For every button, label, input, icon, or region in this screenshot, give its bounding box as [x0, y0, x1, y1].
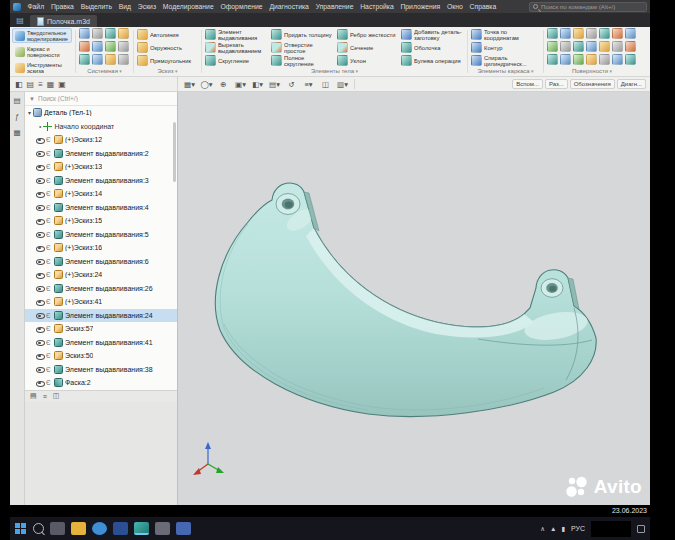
ribbon-icon[interactable] — [586, 54, 597, 65]
ribbon-icon[interactable] — [625, 54, 636, 65]
tree-toolbar-icon[interactable]: ▦ — [47, 80, 55, 89]
visibility-eye-icon[interactable] — [35, 297, 44, 306]
start-button[interactable] — [15, 523, 27, 535]
taskbar-app-icon[interactable] — [113, 522, 128, 535]
visibility-eye-icon[interactable] — [35, 230, 44, 239]
tree-item[interactable]: (+)Эскиз:12 — [25, 133, 177, 147]
menu-item[interactable]: Диагностика — [266, 0, 312, 13]
visibility-eye-icon[interactable] — [35, 270, 44, 279]
ribbon-tool[interactable]: Автолиния — [137, 28, 198, 41]
ribbon-tool[interactable]: Скругление — [205, 54, 268, 67]
view-toolbar-icon[interactable]: ⊕ — [216, 78, 231, 91]
ribbon-icon[interactable] — [573, 41, 584, 52]
ribbon-icon[interactable] — [92, 41, 103, 52]
visibility-eye-icon[interactable] — [35, 203, 44, 212]
ribbon-tool[interactable]: Ребро жесткости — [337, 28, 398, 41]
tree-item[interactable]: Элемент выдавливания:26 — [25, 282, 177, 296]
visibility-eye-icon[interactable] — [35, 189, 44, 198]
panel-switcher-icon[interactable]: ƒ — [15, 112, 19, 121]
tree-item[interactable]: Эскиз:50 — [25, 349, 177, 363]
ribbon-icon[interactable] — [92, 54, 103, 65]
view-toolbar-icon[interactable]: ▦▾ — [182, 78, 197, 91]
mode-sketch-tools[interactable]: Инструменты эскиза — [12, 60, 72, 75]
tree-search[interactable] — [25, 92, 177, 106]
visibility-eye-icon[interactable] — [35, 162, 44, 171]
tree-item[interactable]: (+)Эскиз:24 — [25, 268, 177, 282]
ribbon-tool[interactable]: Отверстие простое — [271, 41, 334, 54]
ribbon-icon[interactable] — [105, 54, 116, 65]
home-menu-icon[interactable] — [13, 15, 27, 27]
ribbon-icon[interactable] — [560, 28, 571, 39]
ribbon-icon[interactable] — [625, 41, 636, 52]
taskbar-app-icon[interactable] — [134, 522, 149, 535]
3d-viewport[interactable]: Avito — [178, 92, 650, 505]
visibility-eye-icon[interactable] — [35, 257, 44, 266]
group-label-body[interactable]: Элементы тела — [205, 67, 464, 75]
ribbon-icon[interactable] — [573, 54, 584, 65]
tree-bottom-icon[interactable]: ≡ — [43, 393, 47, 400]
ribbon-tool[interactable]: Полное скругление — [271, 54, 334, 67]
ribbon-tool[interactable]: Точка по координатам — [471, 28, 540, 41]
tree-item[interactable]: Элемент выдавливания:6 — [25, 255, 177, 269]
tree-item[interactable]: Элемент выдавливания:41 — [25, 336, 177, 350]
ribbon-icon[interactable] — [79, 28, 90, 39]
visibility-eye-icon[interactable] — [35, 338, 44, 347]
tray-icon[interactable]: ▲ — [550, 525, 556, 533]
ribbon-icon[interactable] — [625, 28, 636, 39]
taskbar-app-icon[interactable] — [71, 522, 86, 535]
tree-root-item[interactable]: Деталь (Тел-1) — [25, 106, 177, 120]
ribbon-tool[interactable]: Контур — [471, 41, 540, 54]
visibility-eye-icon[interactable] — [35, 351, 44, 360]
ribbon-icon[interactable] — [79, 41, 90, 52]
menu-item[interactable]: Вид — [115, 0, 134, 13]
taskbar-app-icon[interactable] — [50, 522, 65, 535]
ribbon-tool[interactable]: Элемент выдавливания — [205, 28, 268, 41]
ribbon-icon[interactable] — [118, 28, 129, 39]
visibility-eye-icon[interactable] — [35, 365, 44, 374]
menu-item[interactable]: Файл — [24, 0, 48, 13]
menu-item[interactable]: Моделирование — [159, 0, 217, 13]
view-toolbar-icon[interactable]: ▥▾ — [335, 78, 350, 91]
ribbon-icon[interactable] — [599, 28, 610, 39]
visibility-eye-icon[interactable] — [35, 176, 44, 185]
tree-toolbar-icon[interactable]: ▤ — [27, 80, 35, 89]
view-toolbar-icon[interactable]: ◧▾ — [250, 78, 265, 91]
view-toolbar-icon[interactable]: ◫ — [318, 78, 333, 91]
ribbon-icon[interactable] — [573, 28, 584, 39]
tree-item[interactable]: (+)Эскиз:14 — [25, 187, 177, 201]
group-label-surfaces[interactable]: Поверхности — [547, 67, 637, 75]
tree-item[interactable]: (+)Эскиз:41 — [25, 295, 177, 309]
ribbon-icon[interactable] — [560, 54, 571, 65]
tree-item[interactable]: Элемент выдавливания:38 — [25, 363, 177, 377]
ribbon-tool[interactable]: Уклон — [337, 54, 398, 67]
menu-item[interactable]: Окно — [444, 0, 467, 13]
command-search[interactable] — [529, 2, 647, 12]
ribbon-icon[interactable] — [92, 28, 103, 39]
visibility-eye-icon[interactable] — [35, 135, 44, 144]
mode-solid-modeling[interactable]: Твердотельное моделирование — [12, 28, 72, 43]
view-toolbar-icon[interactable]: ◯▾ — [199, 78, 214, 91]
tree-toolbar-icon[interactable]: ◧ — [15, 80, 23, 89]
taskbar-app-icon[interactable] — [155, 522, 170, 535]
tree-origin-item[interactable]: Начало координат — [25, 120, 177, 134]
tree-item[interactable]: Элемент выдавливания:24 — [25, 309, 177, 323]
tree-item[interactable]: Элемент выдавливания:2 — [25, 147, 177, 161]
tree-item[interactable]: (+)Эскиз:16 — [25, 241, 177, 255]
tree-item[interactable]: Элемент выдавливания:3 — [25, 174, 177, 188]
menu-item[interactable]: Приложения — [397, 0, 444, 13]
visibility-eye-icon[interactable] — [35, 149, 44, 158]
ribbon-tool[interactable]: Оболочка — [401, 41, 464, 54]
ribbon-icon[interactable] — [586, 41, 597, 52]
ribbon-tool[interactable]: Булева операция — [401, 54, 464, 67]
visibility-eye-icon[interactable] — [35, 243, 44, 252]
group-label-sketch[interactable]: Эскиз — [137, 67, 198, 75]
visibility-eye-icon[interactable] — [35, 216, 44, 225]
ribbon-tool[interactable]: Прямоугольник — [137, 54, 198, 67]
ribbon-icon[interactable] — [105, 28, 116, 39]
taskbar-search-icon[interactable] — [33, 523, 44, 534]
view-toolbar-icon[interactable]: ≡▾ — [301, 78, 316, 91]
ribbon-tool[interactable]: Сечение — [337, 41, 398, 54]
ribbon-icon[interactable] — [547, 41, 558, 52]
tree-item[interactable]: Фаска:2 — [25, 376, 177, 390]
view-toolbar-icon[interactable]: ↺ — [284, 78, 299, 91]
